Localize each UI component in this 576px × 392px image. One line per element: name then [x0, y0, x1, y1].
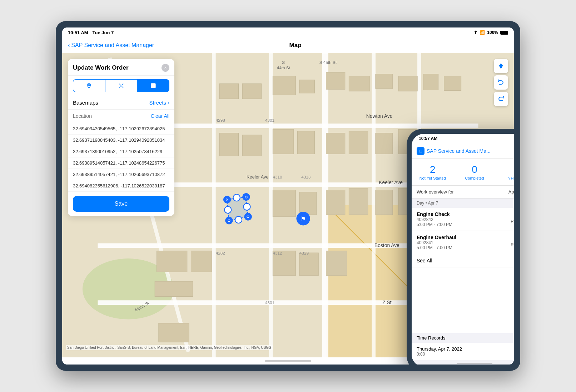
coord-row-3: 32.69371390010952, -117.1025078416229	[68, 146, 174, 157]
svg-rect-24	[219, 133, 238, 156]
svg-text:⚑: ⚑	[301, 216, 306, 222]
work-overview-header: Work overview for Apr 7, 2022	[412, 186, 514, 198]
svg-rect-45	[299, 253, 318, 276]
battery-icon: 100%	[487, 30, 498, 35]
home-bar	[265, 360, 311, 362]
phone-time: 10:57 AM	[419, 136, 437, 141]
page-title: Map	[289, 42, 302, 49]
svg-point-81	[88, 85, 90, 86]
svg-rect-43	[191, 251, 212, 272]
save-button[interactable]: Save	[73, 196, 169, 212]
svg-text:4301: 4301	[265, 118, 274, 122]
svg-point-75	[233, 194, 240, 201]
work-items-list: Engine Check 4092842 5:00 PM - 7:00 PM 2…	[412, 208, 514, 333]
undo-map-button[interactable]	[494, 75, 508, 90]
svg-rect-20	[376, 74, 393, 89]
svg-rect-16	[273, 76, 296, 95]
map-controls	[494, 59, 508, 106]
location-header: Location Clear All	[73, 113, 169, 119]
work-item-left-1: Engine Check 4092842 5:00 PM - 7:00 PM	[417, 211, 452, 227]
svg-text:Boston Ave: Boston Ave	[374, 242, 399, 248]
work-item-status-1: Received	[511, 219, 514, 224]
back-chevron-icon: ‹	[68, 42, 70, 49]
tablet-status-bar: 10:51 AM Tue Jun 7 ⬆ 📶 100%	[62, 27, 514, 37]
svg-rect-8	[212, 53, 216, 357]
work-item-engine-overhaul[interactable]: Engine Overhaul 4092841 5:00 PM - 7:00 P…	[412, 231, 514, 254]
work-item-right-1: 2-High Received ›	[511, 214, 514, 224]
svg-text:Newton Ave: Newton Ave	[366, 113, 393, 119]
tablet-status-icons: ⬆ 📶 100%	[474, 30, 508, 35]
phone-home-indicator	[412, 360, 514, 365]
svg-rect-46	[326, 251, 347, 276]
svg-text:4310: 4310	[273, 175, 282, 179]
svg-rect-18	[326, 72, 345, 89]
see-all-row[interactable]: See All 2 ›	[412, 254, 514, 267]
svg-rect-25	[242, 135, 261, 156]
tablet-date: Tue Jun 7	[93, 30, 114, 35]
clear-all-button[interactable]: Clear All	[151, 113, 169, 119]
panel-header: Update Work Order ×	[68, 59, 174, 76]
svg-text:4301: 4301	[265, 300, 274, 305]
coord-row-1: 32.69409430549565, -117.10292672894025	[68, 123, 174, 135]
tab-polygon[interactable]	[137, 79, 169, 92]
svg-rect-11	[372, 53, 376, 357]
tab-location[interactable]	[73, 79, 105, 92]
svg-text:S 45th St: S 45th St	[319, 60, 337, 65]
stat-number-completed: 0	[472, 164, 477, 175]
stat-label-completed: Completed	[465, 176, 484, 180]
work-item-title-1: Engine Check	[417, 211, 452, 217]
work-item-time-2: 5:00 PM - 7:00 PM	[417, 245, 456, 250]
svg-rect-23	[444, 76, 461, 90]
svg-point-78	[224, 206, 231, 213]
svg-rect-14	[219, 84, 238, 99]
see-all-label: See All	[417, 258, 432, 263]
stats-row: 2 Not Yet Started 0 Completed 0 In Progr…	[412, 159, 514, 186]
day-header: Day • Apr 7	[412, 198, 514, 208]
tab-row	[68, 76, 174, 96]
svg-rect-19	[349, 76, 370, 91]
work-item-id-2: 4092841	[417, 240, 456, 245]
redo-map-button[interactable]	[494, 92, 508, 106]
phone-nav-bar: □ SAP Service and Asset Ma... ↻	[412, 143, 514, 159]
battery-bar	[500, 31, 508, 35]
work-item-right-2: 2-High Received ›	[511, 237, 514, 247]
back-button[interactable]: ‹ SAP Service and Asset Manager	[68, 42, 154, 49]
phone-home-bar	[457, 363, 492, 364]
tablet-screen: 10:51 AM Tue Jun 7 ⬆ 📶 100% ‹ SAP Servic…	[62, 27, 514, 365]
stat-label-in-progress: In Progress	[506, 176, 514, 180]
basemaps-row[interactable]: Basemaps Streets ›	[68, 96, 174, 110]
coord-row-6: 32.694082355612906, -117.1026522039187	[68, 180, 174, 192]
svg-rect-9	[269, 53, 273, 357]
back-label: SAP Service and Asset Manager	[71, 42, 154, 49]
time-record-date: Thursday, Apr 7, 2022	[417, 346, 462, 352]
tab-route[interactable]	[105, 79, 137, 92]
side-panel: Update Work Order ×	[68, 59, 174, 216]
phone-nav-left: □ SAP Service and Asset Ma...	[417, 147, 491, 155]
svg-rect-27	[298, 131, 315, 154]
svg-rect-34	[273, 190, 296, 217]
phone-screen: 10:57 AM 📶 🔋 □ SAP Service and Asset Ma.…	[412, 134, 514, 365]
svg-text:⚙: ⚙	[246, 215, 250, 219]
close-button[interactable]: ×	[162, 64, 169, 72]
tablet-device: 10:51 AM Tue Jun 7 ⬆ 📶 100% ‹ SAP Servic…	[56, 21, 520, 371]
app-icon-symbol: □	[419, 149, 422, 154]
time-record-item[interactable]: Thursday, Apr 7, 2022 0:00 ›	[412, 343, 514, 360]
svg-rect-30	[376, 133, 393, 154]
stat-label-not-started: Not Yet Started	[419, 176, 446, 180]
location-map-button[interactable]	[494, 59, 508, 73]
svg-rect-82	[151, 84, 155, 88]
work-overview-label: Work overview for	[417, 189, 454, 195]
tablet-nav-bar: ‹ SAP Service and Asset Manager Map	[62, 37, 514, 53]
svg-rect-35	[299, 192, 317, 215]
work-item-engine-check[interactable]: Engine Check 4092842 5:00 PM - 7:00 PM 2…	[412, 208, 514, 231]
svg-point-77	[235, 216, 242, 223]
app-icon: □	[417, 147, 424, 155]
map-attribution: San Diego Unified Port District, SanGIS,…	[66, 345, 273, 350]
close-icon: ×	[164, 65, 167, 70]
svg-text:4298: 4298	[216, 118, 225, 122]
svg-text:⚙: ⚙	[244, 195, 248, 199]
work-item-title-2: Engine Overhaul	[417, 235, 456, 240]
stat-completed: 0 Completed	[453, 164, 495, 180]
basemaps-value: Streets ›	[149, 100, 169, 106]
svg-rect-28	[326, 133, 345, 154]
